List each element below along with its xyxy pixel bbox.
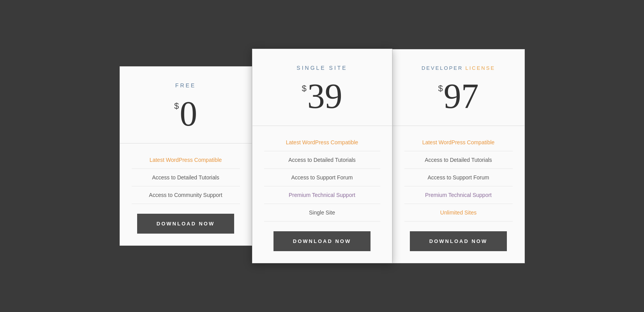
- developer-feature-5: Unlimited Sites: [404, 204, 513, 222]
- free-plan-card: FREE $ 0 Latest WordPress Compatible Acc…: [120, 66, 252, 246]
- free-plan-currency: $: [174, 101, 179, 111]
- single-site-plan-header: SINGLE SITE $ 39: [252, 49, 392, 126]
- free-plan-name: FREE: [132, 82, 240, 89]
- single-site-download-button[interactable]: DOWNLOAD NOW: [273, 231, 371, 251]
- single-site-plan-name-text: SINGLE SITE: [296, 65, 347, 71]
- single-site-plan-card: SINGLE SITE $ 39 Latest WordPress Compat…: [252, 49, 392, 263]
- free-download-button[interactable]: DOWNLOAD NOW: [137, 214, 234, 234]
- free-plan-features: Latest WordPress Compatible Access to De…: [120, 144, 252, 245]
- developer-download-button[interactable]: DOWNLOAD NOW: [410, 231, 507, 251]
- single-site-feature-4: Premium Technical Support: [264, 186, 380, 204]
- single-site-feature-3: Access to Support Forum: [264, 169, 380, 186]
- single-site-feature-2: Access to Detailed Tutorials: [264, 151, 380, 169]
- free-feature-3: Access to Community Support: [132, 186, 240, 204]
- developer-feature-2: Access to Detailed Tutorials: [404, 151, 513, 169]
- developer-plan-features: Latest WordPress Compatible Access to De…: [393, 126, 524, 263]
- free-plan-price-wrapper: $ 0: [132, 96, 240, 131]
- developer-price-wrapper: $ 97: [404, 79, 513, 114]
- free-plan-header: FREE $ 0: [120, 67, 252, 144]
- developer-price: 97: [444, 79, 479, 114]
- developer-plan-name: DEVELOPER LICENSE: [404, 65, 513, 71]
- single-site-plan-features: Latest WordPress Compatible Access to De…: [252, 126, 392, 263]
- developer-currency: $: [438, 83, 443, 94]
- free-plan-price: 0: [180, 96, 197, 131]
- single-site-feature-1: Latest WordPress Compatible: [264, 134, 380, 151]
- single-site-currency: $: [302, 83, 306, 94]
- single-site-price-wrapper: $ 39: [264, 79, 380, 114]
- free-feature-1: Latest WordPress Compatible: [132, 151, 240, 169]
- free-feature-2: Access to Detailed Tutorials: [132, 169, 240, 186]
- free-plan-name-text: FREE: [175, 82, 196, 89]
- developer-plan-card: DEVELOPER LICENSE $ 97 Latest WordPress …: [392, 49, 525, 263]
- developer-plan-name-word1: DEVELOPER: [422, 65, 463, 71]
- single-site-feature-5: Single Site: [264, 204, 380, 222]
- pricing-container: FREE $ 0 Latest WordPress Compatible Acc…: [49, 49, 595, 263]
- developer-plan-name-word2: LICENSE: [465, 65, 495, 71]
- single-site-plan-name: SINGLE SITE: [264, 65, 380, 71]
- developer-feature-1: Latest WordPress Compatible: [404, 134, 513, 151]
- developer-plan-header: DEVELOPER LICENSE $ 97: [393, 50, 524, 126]
- developer-feature-4: Premium Technical Support: [404, 186, 513, 204]
- single-site-price: 39: [307, 79, 342, 114]
- developer-feature-3: Access to Support Forum: [404, 169, 513, 186]
